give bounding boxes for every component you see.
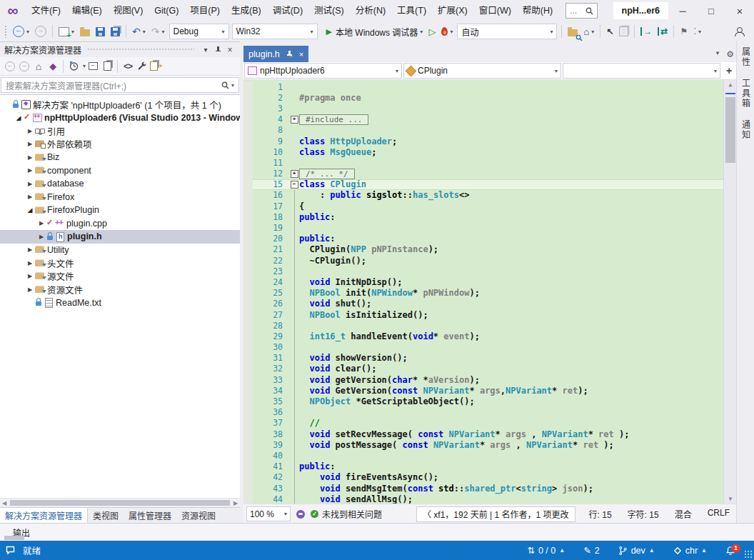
column-indicator[interactable]: 字符: 15 xyxy=(628,508,659,520)
expander-closed-icon[interactable]: ▶ xyxy=(26,167,34,174)
tree-item[interactable]: ▶database xyxy=(0,177,240,191)
document-health-indicator[interactable]: ✓ 未找到相关问题 xyxy=(311,508,382,520)
minimize-button[interactable]: ─ xyxy=(668,0,697,21)
code-line[interactable]: 25 NPBool init(NPWindow* pNPWindow); xyxy=(243,288,724,299)
horizontal-scrollbar[interactable]: ◀▶ xyxy=(0,498,240,507)
save-button[interactable] xyxy=(93,23,108,40)
tree-item[interactable]: ▶资源文件 xyxy=(0,283,240,296)
resize-grip[interactable] xyxy=(744,550,753,559)
side-tab-属性[interactable]: 属性 xyxy=(740,47,752,67)
expander-closed-icon[interactable]: ▶ xyxy=(37,234,46,240)
vertical-scrollbar[interactable]: ▲ ▼ xyxy=(723,80,737,504)
pin-tab-icon[interactable] xyxy=(286,50,293,58)
navigate-back-button[interactable]: ←▾ xyxy=(10,23,32,40)
gear-icon[interactable]: ⚙ xyxy=(726,49,734,59)
code-line[interactable]: 8 xyxy=(243,125,724,136)
bookmark-button[interactable]: ⚑ xyxy=(677,23,690,40)
tree-item[interactable]: ◢FirefoxPlugin xyxy=(0,204,240,217)
expander-closed-icon[interactable]: ▶ xyxy=(37,220,46,226)
code-line[interactable]: 4+#include ... xyxy=(243,114,724,125)
start-debugging-button[interactable]: ▶ 本地 Windows 调试器▾ xyxy=(323,23,426,40)
code-line[interactable]: 28 xyxy=(243,320,724,331)
code-line[interactable]: 44 void sendAllMsg(); xyxy=(243,494,724,504)
tree-item[interactable]: ▶头文件 xyxy=(0,256,240,270)
menu-item[interactable]: Git(G) xyxy=(149,3,184,19)
quick-search-box[interactable]: ... xyxy=(566,3,597,19)
menu-item[interactable]: 帮助(H) xyxy=(517,3,558,19)
expander-closed-icon[interactable]: ▶ xyxy=(26,273,34,279)
sync-status[interactable]: ⇅ 0 / 0 ▲ xyxy=(527,545,565,556)
collapsed-region[interactable]: /* ... */ xyxy=(299,169,355,179)
tree-item[interactable]: ▶引用 xyxy=(0,124,240,138)
show-all-files-icon[interactable]: ✦ xyxy=(149,59,164,74)
code-line[interactable]: 10class MsgQueue; xyxy=(243,146,724,157)
code-line[interactable]: 36 xyxy=(243,407,724,418)
hot-reload-button[interactable]: ▾ xyxy=(438,23,456,40)
tab-list-dropdown-icon[interactable]: ▾ xyxy=(716,49,720,59)
eol-indicator[interactable]: CRLF xyxy=(708,508,730,520)
tree-item[interactable]: ▶plugin.h xyxy=(0,230,240,244)
close-button[interactable]: × xyxy=(725,0,754,21)
zoom-dropdown[interactable]: 100 %▾ xyxy=(246,506,291,521)
panel-tab[interactable]: 资源视图 xyxy=(176,508,221,523)
menu-item[interactable]: 分析(N) xyxy=(350,3,391,19)
side-tab-工具箱[interactable]: 工具箱 xyxy=(740,79,752,109)
solution-configuration-dropdown[interactable]: Debug▾ xyxy=(169,24,229,39)
expander-closed-icon[interactable]: ▶ xyxy=(26,141,34,147)
code-line[interactable]: 24 void InitNpDisp(); xyxy=(243,276,724,287)
menu-item[interactable]: 文件(F) xyxy=(26,3,66,19)
tree-item[interactable]: ▶Biz xyxy=(0,151,240,164)
find-in-files-button[interactable] xyxy=(565,23,580,40)
pending-edits[interactable]: ✎ 2 xyxy=(583,545,599,556)
code-line[interactable]: 3 xyxy=(243,103,724,114)
paste-button-disabled[interactable] xyxy=(616,23,631,40)
expander-open-icon[interactable]: ◢ xyxy=(14,114,23,121)
code-line[interactable]: 1 xyxy=(243,81,724,92)
expand-region-icon[interactable]: + xyxy=(291,116,298,124)
toolbar-grip[interactable] xyxy=(4,25,8,38)
tree-item[interactable]: ◢npHttpUploader6 (Visual Studio 2013 - W… xyxy=(0,111,240,125)
tree-item[interactable]: 解决方案 'npHttpUploader6' (1 个项目，共 1 个) xyxy=(0,98,240,111)
expander-closed-icon[interactable]: ▶ xyxy=(26,154,34,161)
document-tab-plugin-h[interactable]: plugin.h × xyxy=(243,46,308,62)
menu-item[interactable]: 窗口(W) xyxy=(473,3,517,19)
se-forward-button[interactable]: → xyxy=(17,59,31,74)
expander-closed-icon[interactable]: ▶ xyxy=(26,286,34,293)
expand-region-icon[interactable]: + xyxy=(291,170,298,178)
tree-item[interactable]: ▶源文件 xyxy=(0,270,240,284)
code-line[interactable]: 29 int16_t handleEvent(void* event); xyxy=(243,331,724,341)
code-line[interactable]: 11 xyxy=(243,157,724,168)
code-line[interactable]: 33 void getVersion(char* *aVersion); xyxy=(243,374,724,385)
save-all-button[interactable] xyxy=(108,23,123,40)
scrollbar-thumb[interactable] xyxy=(725,97,735,163)
tree-item[interactable]: ReadMe.txt xyxy=(0,296,240,310)
expander-closed-icon[interactable]: ▶ xyxy=(26,181,34,187)
tree-item[interactable]: ▶Firefox xyxy=(0,191,240,204)
indentation-indicator[interactable]: 混合 xyxy=(675,508,692,520)
sync-with-active-document-icon[interactable] xyxy=(100,59,114,74)
toolbar-options-button[interactable]: ⁚▾ xyxy=(690,23,704,40)
code-line[interactable]: 22 ~CPlugin(); xyxy=(243,255,724,266)
code-line[interactable]: 21 CPlugin(NPP pNPInstance); xyxy=(243,244,724,255)
redo-button[interactable]: ↷▾ xyxy=(149,23,168,40)
navigate-code-forward-button[interactable]: ⇄ xyxy=(655,23,670,40)
menu-item[interactable]: 编辑(E) xyxy=(66,3,108,19)
fold-margin[interactable]: + xyxy=(289,114,299,125)
panel-tab[interactable]: 解决方案资源管理器 xyxy=(0,508,88,523)
home-icon[interactable]: ⌂ xyxy=(31,59,46,74)
view-code-icon[interactable]: <> xyxy=(121,59,135,74)
menu-item[interactable]: 项目(P) xyxy=(184,3,226,19)
switch-views-icon[interactable]: ◆ xyxy=(46,59,60,74)
select-element-button[interactable]: ↖ xyxy=(603,23,616,40)
code-line[interactable]: 20public: xyxy=(243,234,724,244)
code-line[interactable]: 30 xyxy=(243,342,724,353)
code-line[interactable]: 27 NPBool isInitialized(); xyxy=(243,309,724,320)
solution-platform-dropdown[interactable]: Win32▾ xyxy=(232,24,318,39)
feedback-icon[interactable] xyxy=(6,546,16,555)
expander-closed-icon[interactable]: ▶ xyxy=(26,128,34,134)
live-share-icon[interactable] xyxy=(296,510,305,519)
pending-changes-filter-icon[interactable] xyxy=(66,59,81,74)
auto-dropdown[interactable]: 自动▾ xyxy=(457,24,557,39)
close-tab-icon[interactable]: × xyxy=(299,50,303,59)
send-feedback-button[interactable] xyxy=(732,23,746,40)
